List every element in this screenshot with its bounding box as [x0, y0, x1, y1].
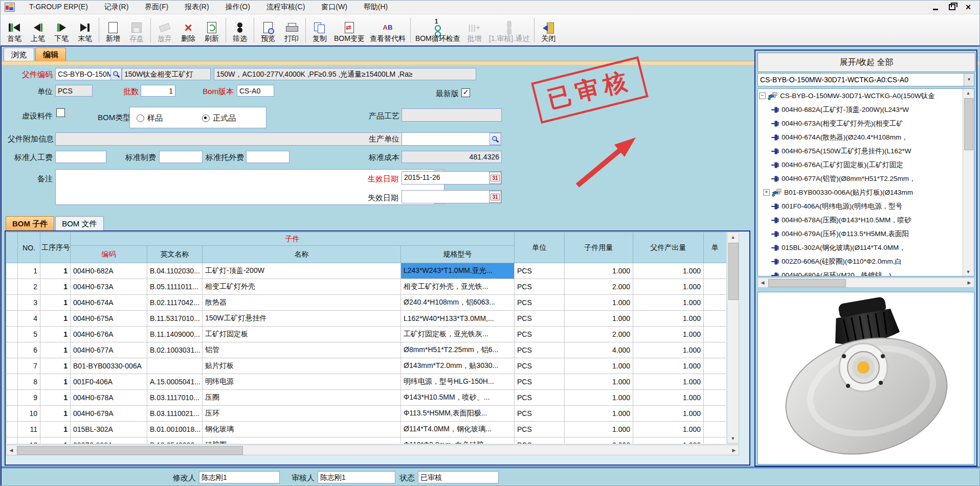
- cell-code[interactable]: 004H0-679A: [71, 406, 147, 422]
- bom-type-sample-radio[interactable]: 样品: [137, 113, 163, 123]
- cell-pqty[interactable]: 1.000: [633, 327, 704, 342]
- menu-item[interactable]: 操作(O): [217, 1, 258, 13]
- cell-gut[interactable]: [7, 311, 18, 327]
- cell-code[interactable]: 004H0-678A: [71, 390, 147, 406]
- std-mfg-field[interactable]: [159, 151, 203, 163]
- cell-en[interactable]: [147, 358, 203, 374]
- cell-gut[interactable]: [7, 374, 18, 390]
- scroll-right-icon[interactable]: ▶: [729, 445, 739, 455]
- toolbar-button[interactable]: AB查看替代料: [367, 16, 408, 44]
- scroll-right-icon[interactable]: ▶: [965, 278, 974, 287]
- cell-en[interactable]: B.05.1111011...: [147, 279, 203, 295]
- cell-gut[interactable]: [7, 342, 18, 358]
- cell-name[interactable]: 150W工矿灯悬挂件: [203, 311, 401, 327]
- cell-pqty[interactable]: 1.000: [633, 358, 704, 374]
- tab-bom-children[interactable]: BOM 子件: [6, 216, 54, 231]
- cell-spec[interactable]: L243*W243*T1.0MM.亚光...: [401, 263, 515, 279]
- cell-no[interactable]: 5: [18, 327, 40, 342]
- cell-pqty[interactable]: 1.000: [633, 279, 704, 295]
- cell-ext[interactable]: [704, 422, 727, 437]
- cell-gut[interactable]: [7, 295, 18, 311]
- cell-en[interactable]: B.02.1117042...: [147, 295, 203, 311]
- cell-no[interactable]: 2: [18, 279, 40, 295]
- cell-qty[interactable]: 4.000: [565, 342, 633, 358]
- cell-qty[interactable]: 1.000: [565, 358, 633, 374]
- cell-ext[interactable]: [704, 342, 727, 358]
- cell-no[interactable]: 12: [18, 437, 40, 444]
- scrollbar-thumb[interactable]: [768, 279, 846, 287]
- expire-date-field[interactable]: [402, 190, 502, 203]
- cell-ext[interactable]: [704, 327, 727, 342]
- cell-pqty[interactable]: 1.000: [633, 295, 704, 311]
- cell-unit[interactable]: PCS: [515, 295, 565, 311]
- cell-code[interactable]: 004H0-673A: [71, 279, 147, 295]
- cell-no[interactable]: 10: [18, 406, 40, 422]
- cell-unit[interactable]: PCS: [515, 263, 565, 279]
- toolbar-button[interactable]: 刷新: [200, 16, 224, 44]
- cell-spec[interactable]: 工矿灯固定板，亚光铁灰...: [401, 327, 515, 342]
- toolbar-button[interactable]: 关闭: [537, 16, 560, 44]
- cell-unit[interactable]: PCS: [515, 390, 565, 406]
- cell-unit[interactable]: PCS: [515, 327, 565, 342]
- cell-no[interactable]: 11: [18, 422, 40, 437]
- cell-name[interactable]: 相变工矿灯外壳: [203, 279, 401, 295]
- cell-name[interactable]: 工矿灯-顶盖-200W: [203, 263, 401, 279]
- cell-gut[interactable]: [7, 390, 18, 406]
- toolbar-button[interactable]: 首笔: [3, 16, 26, 44]
- toolbar-button[interactable]: 下笔: [50, 16, 73, 44]
- cell-ext[interactable]: [704, 358, 727, 374]
- toolbar-button[interactable]: 复制: [308, 16, 331, 44]
- cell-no[interactable]: 3: [18, 295, 40, 311]
- cell-name[interactable]: 压圈: [203, 390, 401, 406]
- cell-name[interactable]: 压环: [203, 406, 401, 422]
- cell-unit[interactable]: PCS: [515, 358, 565, 374]
- toolbar-button[interactable]: 预览: [256, 16, 280, 44]
- cell-pqty[interactable]: 1.000: [633, 437, 704, 444]
- cell-seq[interactable]: 1: [40, 358, 71, 374]
- latest-version-checkbox[interactable]: ✓: [461, 88, 470, 97]
- std-outsource-field[interactable]: [246, 151, 289, 163]
- production-unit-field[interactable]: [402, 132, 502, 146]
- cell-seq[interactable]: 1: [40, 437, 71, 444]
- cell-no[interactable]: 9: [18, 390, 40, 406]
- cell-pqty[interactable]: 1.000: [633, 406, 704, 422]
- cell-no[interactable]: 6: [18, 342, 40, 358]
- cell-gut[interactable]: [7, 327, 18, 342]
- cell-code[interactable]: 004H0-677A: [71, 342, 147, 358]
- cell-seq[interactable]: 1: [40, 390, 71, 406]
- minimize-icon[interactable]: [928, 2, 943, 12]
- cell-name[interactable]: 钢化玻璃: [203, 422, 401, 437]
- scrollbar-thumb[interactable]: [17, 446, 243, 455]
- menu-item[interactable]: 报表(R): [176, 1, 217, 13]
- tree-item[interactable]: 004H0-676A(工矿灯固定板)(工矿灯固定: [758, 158, 963, 172]
- tree-item[interactable]: −CS-BYB-O-150MW-30D71-WCTKG-A0(150W钛金: [758, 89, 963, 103]
- cell-unit[interactable]: PCS: [515, 342, 565, 358]
- cell-ext[interactable]: [704, 263, 727, 279]
- cell-pqty[interactable]: 1.000: [633, 263, 704, 279]
- cell-gut[interactable]: [7, 437, 18, 444]
- cell-ext[interactable]: [704, 374, 727, 390]
- toolbar-button[interactable]: 上笔: [26, 16, 50, 44]
- cell-qty[interactable]: 1.000: [565, 390, 633, 406]
- effective-calendar-icon[interactable]: 31: [489, 172, 501, 184]
- tree-item[interactable]: +B01-BYB00330-006A(贴片灯板)(Ø143mm: [758, 186, 963, 199]
- cell-en[interactable]: B.11.1409000...: [147, 327, 203, 342]
- expire-calendar-icon[interactable]: 31: [489, 191, 501, 203]
- bom-version-select[interactable]: CS-BYB-O-150MW-30D71-WCTKG-A0:CS-A0 ▼: [758, 73, 974, 86]
- menu-item[interactable]: 流程审核(C): [258, 1, 313, 13]
- cell-seq[interactable]: 1: [40, 295, 71, 311]
- cell-spec[interactable]: Ø114*T4.0MM，钢化玻璃...: [401, 422, 515, 437]
- cell-en[interactable]: B.03.1110021...: [147, 406, 203, 422]
- cell-name[interactable]: 贴片灯板: [203, 358, 401, 374]
- scroll-up-icon[interactable]: ▲: [727, 233, 739, 242]
- cell-qty[interactable]: 2.000: [565, 327, 633, 342]
- cell-name[interactable]: 硅胶圈: [203, 437, 401, 444]
- cell-ext[interactable]: [704, 279, 727, 295]
- cell-spec[interactable]: 明纬电源，型号HLG-150H...: [401, 374, 515, 390]
- cell-seq[interactable]: 1: [40, 327, 71, 342]
- menu-item[interactable]: 界面(F): [137, 1, 176, 13]
- cell-en[interactable]: B.11.5317010...: [147, 311, 203, 327]
- cell-ext[interactable]: [704, 390, 727, 406]
- tree-item[interactable]: 004H0-679A(压环)(Φ113.5*H5MM,表面阳: [758, 227, 963, 241]
- cell-spec[interactable]: Φ110*Φ2.0mm, 白色硅胶...: [401, 437, 515, 444]
